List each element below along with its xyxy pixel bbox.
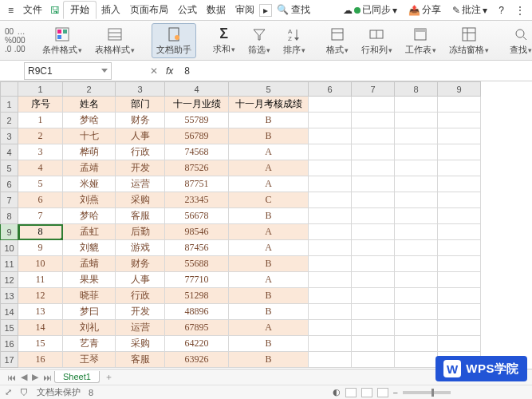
data-cell[interactable]: 采购	[116, 192, 165, 208]
menu-review[interactable]: 审阅	[231, 2, 259, 18]
data-cell[interactable]: 运营	[116, 176, 165, 192]
data-cell[interactable]: 55688	[165, 256, 229, 272]
view-pagebreak-icon[interactable]	[361, 388, 372, 397]
row-header[interactable]: 8	[1, 208, 18, 224]
empty-cell[interactable]	[395, 320, 438, 336]
data-cell[interactable]: 米娅	[63, 176, 116, 192]
data-cell[interactable]: 7	[18, 208, 63, 224]
data-cell[interactable]: 1	[18, 113, 63, 128]
data-cell[interactable]: 游戏	[116, 240, 165, 256]
empty-cell[interactable]	[309, 320, 352, 336]
empty-cell[interactable]	[395, 144, 438, 160]
data-cell[interactable]: 刘礼	[63, 320, 116, 336]
empty-cell[interactable]	[352, 128, 395, 144]
zoom-out-icon[interactable]: −	[393, 388, 398, 397]
data-cell[interactable]: 刘貔	[63, 240, 116, 256]
empty-cell[interactable]	[395, 192, 438, 208]
data-cell[interactable]: 98546	[165, 224, 229, 240]
data-cell[interactable]: 人事	[116, 128, 165, 144]
row-header[interactable]: 17	[1, 352, 18, 368]
menu-hamburger-icon[interactable]: ≡	[3, 3, 18, 18]
help-icon[interactable]: ?	[495, 3, 508, 18]
data-cell[interactable]: B	[229, 208, 309, 224]
data-cell[interactable]: C	[229, 192, 309, 208]
empty-cell[interactable]	[438, 160, 481, 176]
empty-cell[interactable]	[438, 240, 481, 256]
menu-page-layout[interactable]: 页面布局	[125, 2, 173, 18]
empty-cell[interactable]	[438, 113, 481, 128]
expand-icon[interactable]: ⤢	[5, 387, 12, 397]
row-header[interactable]: 16	[1, 336, 18, 352]
data-cell[interactable]: A	[229, 176, 309, 192]
data-cell[interactable]: 王琴	[63, 352, 116, 368]
empty-cell[interactable]	[309, 272, 352, 288]
empty-cell[interactable]	[438, 128, 481, 144]
empty-cell[interactable]	[352, 320, 395, 336]
row-header[interactable]: 5	[1, 160, 18, 176]
data-cell[interactable]: 74568	[165, 144, 229, 160]
data-cell[interactable]: 56678	[165, 208, 229, 224]
data-cell[interactable]: A	[229, 160, 309, 176]
data-cell[interactable]: 运营	[116, 320, 165, 336]
empty-cell[interactable]	[395, 113, 438, 128]
empty-cell[interactable]	[438, 288, 481, 304]
row-header[interactable]: 12	[1, 272, 18, 288]
data-cell[interactable]: 客服	[116, 352, 165, 368]
data-cell[interactable]: B	[229, 256, 309, 272]
row-header[interactable]: 11	[1, 256, 18, 272]
row-header[interactable]: 7	[1, 192, 18, 208]
data-cell[interactable]: 13	[18, 304, 63, 320]
ribbon-table-style[interactable]: 表格样式▾	[91, 24, 139, 57]
ribbon-format[interactable]: 格式▾	[322, 24, 353, 57]
data-cell[interactable]: 12	[18, 288, 63, 304]
table-header-cell[interactable]: 十一月业绩	[165, 97, 229, 113]
row-header[interactable]: 10	[1, 240, 18, 256]
name-box[interactable]: R9C1	[24, 62, 112, 80]
data-cell[interactable]: 87456	[165, 240, 229, 256]
column-header[interactable]: 9	[438, 82, 481, 97]
view-layout-icon[interactable]	[377, 388, 388, 397]
data-cell[interactable]: 10	[18, 256, 63, 272]
data-cell[interactable]: 2	[18, 128, 63, 144]
empty-cell[interactable]	[438, 176, 481, 192]
table-header-cell[interactable]: 部门	[116, 97, 165, 113]
ribbon-sum[interactable]: Σ 求和▾	[209, 24, 239, 57]
fx-icon[interactable]: fx	[166, 65, 173, 77]
data-cell[interactable]: 4	[18, 160, 63, 176]
empty-cell[interactable]	[309, 240, 352, 256]
empty-cell[interactable]	[395, 240, 438, 256]
empty-cell[interactable]	[438, 144, 481, 160]
zoom-slider[interactable]	[403, 391, 451, 394]
empty-cell[interactable]	[395, 176, 438, 192]
empty-cell[interactable]	[352, 336, 395, 352]
data-cell[interactable]: 后勤	[116, 224, 165, 240]
data-cell[interactable]: B	[229, 288, 309, 304]
empty-cell[interactable]	[352, 240, 395, 256]
data-cell[interactable]: 孟靖	[63, 160, 116, 176]
overflow-icon[interactable]: ⋮	[511, 3, 529, 18]
empty-cell[interactable]	[309, 208, 352, 224]
data-cell[interactable]: 开发	[116, 160, 165, 176]
data-cell[interactable]: 人事	[116, 272, 165, 288]
empty-cell[interactable]	[438, 97, 481, 113]
select-all-corner[interactable]	[1, 82, 18, 97]
row-header[interactable]: 15	[1, 320, 18, 336]
empty-cell[interactable]	[395, 352, 438, 368]
menu-more-icon[interactable]: ▸	[259, 4, 272, 17]
theme-icon[interactable]: ◐	[333, 387, 341, 397]
empty-cell[interactable]	[309, 336, 352, 352]
data-cell[interactable]: 桦萌	[63, 144, 116, 160]
data-cell[interactable]: 77710	[165, 272, 229, 288]
empty-cell[interactable]	[352, 176, 395, 192]
comment-button[interactable]: ✎ 批注▾	[448, 2, 491, 18]
empty-cell[interactable]	[395, 160, 438, 176]
empty-cell[interactable]	[352, 256, 395, 272]
data-cell[interactable]: A	[229, 224, 309, 240]
number-format-small[interactable]: 00… %000 .0.00	[5, 27, 26, 53]
data-cell[interactable]: 采购	[116, 336, 165, 352]
ribbon-filter[interactable]: 筛选▾	[244, 24, 274, 57]
menu-formula[interactable]: 公式	[173, 2, 202, 18]
empty-cell[interactable]	[309, 144, 352, 160]
empty-cell[interactable]	[438, 208, 481, 224]
data-cell[interactable]: 行政	[116, 144, 165, 160]
